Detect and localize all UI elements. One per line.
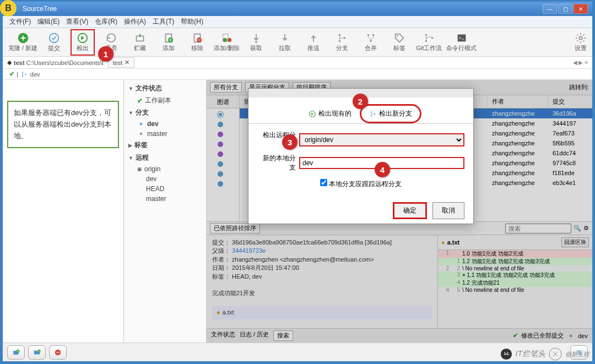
- maximize-button[interactable]: ▢: [558, 4, 572, 14]
- callout-b: B: [0, 0, 17, 17]
- detail-panel: 已依照路径排序 🔍 ⚙ 提交： 36d196a3e80ba908750ae1fc…: [207, 221, 592, 343]
- changed-file[interactable]: ●a.txt: [212, 306, 432, 319]
- repo-name: test: [14, 59, 25, 66]
- detail-sort[interactable]: 已依照路径排序: [210, 223, 260, 233]
- svg-point-24: [22, 72, 23, 73]
- tab-log[interactable]: 日志 / 历史: [240, 330, 269, 341]
- local-branch-label: 新的本地分支: [257, 154, 296, 172]
- svg-rect-34: [56, 352, 60, 352]
- commit-button[interactable]: 提交: [42, 29, 66, 56]
- remove-button[interactable]: 移除: [185, 29, 209, 56]
- dialog-tab-existing[interactable]: 检出现有的: [300, 104, 360, 123]
- status-text: 修改已全部提交: [521, 332, 564, 340]
- repo-diamond-icon: ◆: [7, 59, 12, 66]
- scroll-block-button[interactable]: 回滚区块: [561, 237, 589, 247]
- pull-button[interactable]: 拉取: [273, 29, 297, 56]
- terminal-button[interactable]: 命令行模式: [446, 29, 477, 56]
- window-title: SourceTree: [7, 5, 543, 13]
- gitflow-button[interactable]: Git工作流: [416, 29, 442, 56]
- col-author: 作者: [488, 95, 548, 108]
- checkout-button[interactable]: 检出: [71, 29, 95, 56]
- svg-point-16: [372, 34, 375, 36]
- svg-point-19: [425, 34, 427, 36]
- svg-point-23: [579, 36, 582, 40]
- svg-point-15: [367, 34, 370, 36]
- item-workcopy[interactable]: ✔工作副本: [124, 95, 206, 106]
- svg-point-39: [371, 111, 372, 112]
- svg-point-25: [22, 75, 23, 77]
- commit-detail: 提交： 36d196a3e80ba908750ae1fca66eb709d361…: [207, 235, 438, 328]
- tab-search[interactable]: 搜索: [273, 330, 293, 341]
- add-button[interactable]: 添加: [156, 29, 181, 56]
- tree-panel: ▼文件状态 ✔工作副本 ▼分支 dev master ▶标签 ▼远程 ▣orig…: [124, 80, 207, 343]
- branchbar: ✔ | dev: [3, 69, 592, 80]
- diff-filename: a.txt: [447, 239, 460, 246]
- stash-button[interactable]: 贮藏: [128, 29, 152, 56]
- addremove-button[interactable]: 添加/删除: [214, 29, 240, 56]
- menu-file[interactable]: 文件(F): [6, 17, 34, 26]
- menu-action[interactable]: 操作(A): [121, 17, 149, 26]
- pathbar: ◆ test C:\Users\zcube\Documents\t test✕ …: [3, 57, 592, 69]
- section-filestate[interactable]: ▼文件状态: [124, 82, 206, 95]
- check-icon: ✔: [9, 70, 14, 78]
- col-graph: 图谱: [207, 95, 239, 108]
- remote-head[interactable]: HEAD: [124, 184, 206, 194]
- track-checkbox[interactable]: [320, 179, 327, 186]
- branch-icon: [20, 70, 28, 78]
- branch-dev[interactable]: dev: [124, 119, 206, 129]
- minimize-button[interactable]: —: [543, 4, 557, 14]
- tag-button[interactable]: 标签: [387, 29, 412, 56]
- callout-1: 1: [98, 46, 113, 62]
- fetch-button[interactable]: 获取: [244, 29, 268, 56]
- settings-button[interactable]: 设置: [575, 32, 587, 52]
- ok-button[interactable]: 确定: [393, 202, 427, 219]
- remote-dev[interactable]: dev: [124, 174, 206, 184]
- menu-tool[interactable]: 工具(T): [149, 17, 177, 26]
- svg-point-20: [425, 40, 427, 42]
- cancel-button[interactable]: 取消: [432, 202, 464, 219]
- dialog-tab-new[interactable]: 检出新分支: [360, 104, 421, 123]
- add-repo-button[interactable]: [7, 345, 25, 360]
- svg-point-9: [223, 38, 226, 42]
- svg-point-12: [339, 34, 341, 36]
- menubar: 文件(F) 编辑(E) 查看(V) 仓库(R) 操作(A) 工具(T) 帮助(H…: [3, 16, 592, 28]
- section-tags[interactable]: ▶标签: [124, 139, 206, 151]
- search-icon[interactable]: 🔍: [574, 225, 581, 232]
- diff-view: 11.0 功能1完成 功能2完成11.2 功能1完成 功能2完成 功能3完成22…: [438, 250, 592, 293]
- current-branch: dev: [30, 71, 40, 78]
- menu-edit[interactable]: 编辑(E): [34, 17, 63, 26]
- gear-icon[interactable]: ⚙: [583, 225, 589, 232]
- remote-origin[interactable]: ▣origin: [124, 164, 206, 174]
- push-button[interactable]: 推送: [301, 29, 326, 56]
- merge-button[interactable]: 合并: [359, 29, 383, 56]
- svg-point-28: [140, 133, 143, 135]
- filter-branches[interactable]: 所有分支: [210, 82, 242, 93]
- track-checkbox-label[interactable]: 本地分支应跟踪远程分支: [320, 180, 402, 188]
- tab-filestate[interactable]: 文件状态: [211, 330, 235, 341]
- clone-button[interactable]: 克隆 / 新建: [8, 29, 37, 56]
- section-branches[interactable]: ▼分支: [124, 106, 206, 119]
- callout-4: 4: [375, 162, 390, 177]
- branch-button[interactable]: 分支: [330, 29, 354, 56]
- menu-repo[interactable]: 仓库(R): [91, 17, 121, 26]
- search-input[interactable]: [505, 224, 571, 233]
- tab-close-icon[interactable]: ✕: [125, 59, 129, 66]
- remove-button-bottom[interactable]: [49, 345, 67, 360]
- svg-rect-22: [457, 35, 466, 42]
- branch-master[interactable]: master: [124, 129, 206, 139]
- graph-dots: [218, 112, 223, 191]
- jump-label: 跳转到:: [569, 83, 589, 91]
- watermark: IT烂笔头 创新互联: [500, 347, 589, 361]
- close-button[interactable]: ✕: [574, 4, 588, 14]
- svg-point-1: [50, 34, 59, 43]
- section-remotes[interactable]: ▼远程: [124, 151, 206, 164]
- remote-branch-select[interactable]: origin/dev: [299, 133, 464, 146]
- repo-path: C:\Users\zcube\Documents\t: [26, 59, 104, 66]
- nav-icons[interactable]: ◀ ▶ ≡: [573, 59, 588, 66]
- repo-tab[interactable]: test✕: [108, 57, 135, 68]
- menu-help[interactable]: 帮助(H): [177, 17, 207, 26]
- menu-view[interactable]: 查看(V): [63, 17, 91, 26]
- remote-master[interactable]: master: [124, 194, 206, 204]
- add-folder-button[interactable]: [28, 345, 46, 360]
- svg-point-18: [397, 35, 398, 37]
